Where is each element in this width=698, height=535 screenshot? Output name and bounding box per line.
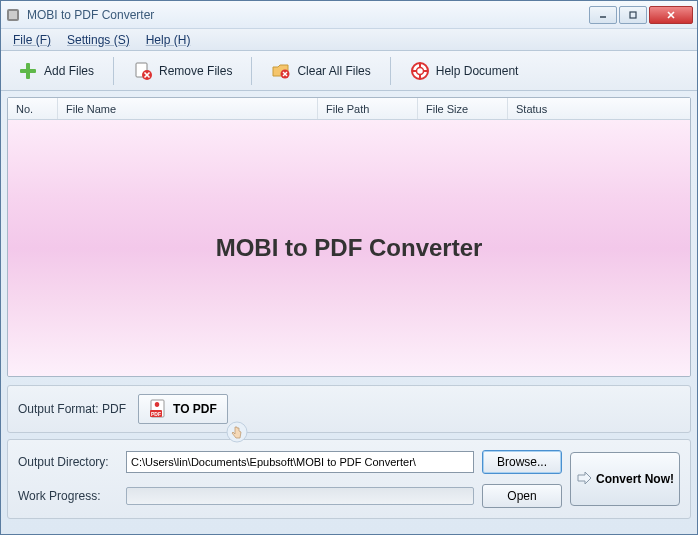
svg-rect-1 xyxy=(9,11,17,19)
file-list-header: No. File Name File Path File Size Status xyxy=(8,98,690,120)
maximize-button[interactable] xyxy=(619,6,647,24)
file-list-body[interactable]: MOBI to PDF Converter xyxy=(8,120,690,376)
app-window: MOBI to PDF Converter File (F) Settings … xyxy=(0,0,698,535)
clear-all-label: Clear All Files xyxy=(297,64,370,78)
minimize-button[interactable] xyxy=(589,6,617,24)
svg-point-16 xyxy=(416,67,423,74)
col-status[interactable]: Status xyxy=(508,98,690,119)
convert-now-button[interactable]: Convert Now! xyxy=(570,452,680,506)
toolbar: Add Files Remove Files Clear All Files H… xyxy=(1,51,697,91)
file-list: No. File Name File Path File Size Status… xyxy=(7,97,691,377)
col-name[interactable]: File Name xyxy=(58,98,318,119)
window-controls xyxy=(589,6,693,24)
help-document-button[interactable]: Help Document xyxy=(399,56,530,86)
plus-icon xyxy=(18,61,38,81)
app-icon xyxy=(5,7,21,23)
open-button[interactable]: Open xyxy=(482,484,562,508)
pdf-icon: PDF xyxy=(149,399,167,419)
remove-files-label: Remove Files xyxy=(159,64,232,78)
svg-text:PDF: PDF xyxy=(151,411,161,417)
convert-now-label: Convert Now! xyxy=(596,472,674,486)
hand-pointer-icon xyxy=(226,421,248,446)
browse-button[interactable]: Browse... xyxy=(482,450,562,474)
to-pdf-button[interactable]: PDF TO PDF xyxy=(138,394,228,424)
output-dir-label: Output Directory: xyxy=(18,455,118,469)
output-dir-input[interactable] xyxy=(126,451,474,473)
file-remove-icon xyxy=(133,61,153,81)
progress-bar xyxy=(126,487,474,505)
content-area: No. File Name File Path File Size Status… xyxy=(1,91,697,534)
window-title: MOBI to PDF Converter xyxy=(27,8,589,22)
help-document-label: Help Document xyxy=(436,64,519,78)
arrow-right-icon xyxy=(576,470,592,489)
svg-rect-3 xyxy=(630,12,636,18)
separator xyxy=(390,57,391,85)
remove-files-button[interactable]: Remove Files xyxy=(122,56,243,86)
lifebuoy-icon xyxy=(410,61,430,81)
bottom-section: Output Directory: Browse... Convert Now!… xyxy=(7,439,691,519)
output-format-label: Output Format: PDF xyxy=(18,402,126,416)
folder-clear-icon xyxy=(271,61,291,81)
svg-rect-7 xyxy=(20,69,36,73)
col-path[interactable]: File Path xyxy=(318,98,418,119)
menubar: File (F) Settings (S) Help (H) xyxy=(1,29,697,51)
menu-help[interactable]: Help (H) xyxy=(140,31,197,49)
watermark-text: MOBI to PDF Converter xyxy=(216,234,483,262)
add-files-button[interactable]: Add Files xyxy=(7,56,105,86)
close-button[interactable] xyxy=(649,6,693,24)
work-progress-label: Work Progress: xyxy=(18,489,118,503)
clear-all-button[interactable]: Clear All Files xyxy=(260,56,381,86)
menu-settings[interactable]: Settings (S) xyxy=(61,31,136,49)
output-format-section: Output Format: PDF PDF TO PDF xyxy=(7,385,691,433)
col-size[interactable]: File Size xyxy=(418,98,508,119)
menu-file[interactable]: File (F) xyxy=(7,31,57,49)
separator xyxy=(251,57,252,85)
col-no[interactable]: No. xyxy=(8,98,58,119)
to-pdf-label: TO PDF xyxy=(173,402,217,416)
add-files-label: Add Files xyxy=(44,64,94,78)
titlebar: MOBI to PDF Converter xyxy=(1,1,697,29)
separator xyxy=(113,57,114,85)
